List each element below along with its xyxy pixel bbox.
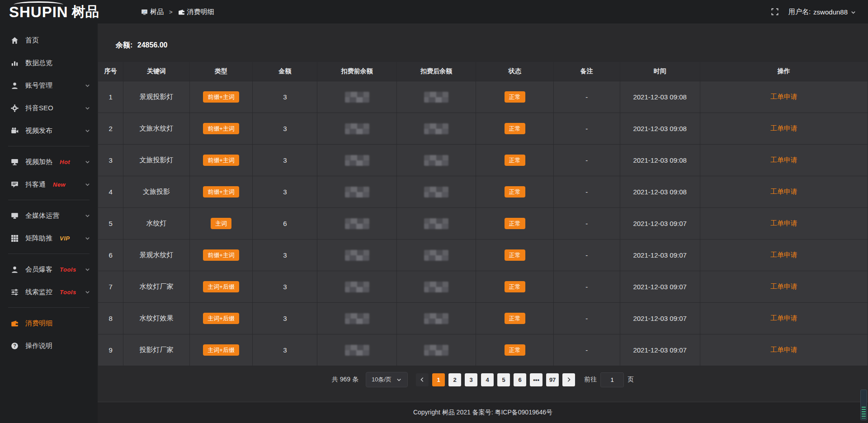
sidebar-item-video-publish[interactable]: 视频发布 [0, 119, 98, 142]
redacted-value [345, 155, 369, 166]
sidebar-item-badge: New [53, 181, 66, 188]
type-badge: 主词+后缀 [203, 281, 239, 292]
sidebar-item-video-heat[interactable]: 视频加热 Hot [0, 150, 98, 173]
cell-index: 4 [98, 176, 123, 208]
work-order-link[interactable]: 工单申请 [770, 314, 797, 322]
breadcrumb: 树品 > 消费明细 [141, 8, 214, 16]
work-order-link[interactable]: 工单申请 [770, 93, 797, 100]
sidebar-item-member-burst[interactable]: 会员爆客 Tools [0, 258, 98, 281]
status-badge-cell: 正常 [476, 271, 554, 303]
chevron-down-icon [85, 267, 90, 273]
work-order-link[interactable]: 工单申请 [770, 188, 797, 195]
cell-remark: - [554, 240, 620, 271]
page-button-97[interactable]: 97 [546, 373, 559, 386]
pagination-total: 共 969 条 [332, 376, 359, 384]
sidebar-divider [8, 146, 90, 146]
user-menu[interactable]: 用户名: zswodun88 [788, 8, 856, 16]
sidebar-item-douyin-seo[interactable]: 抖音SEO [0, 97, 98, 119]
cell-keyword: 水纹灯效果 [123, 303, 189, 334]
breadcrumb-item-consumption[interactable]: 消费明细 [178, 8, 214, 16]
wallet-icon [11, 320, 19, 327]
cell-balance-after [396, 208, 476, 240]
page-button-5[interactable]: 5 [497, 373, 510, 386]
redacted-value [424, 123, 448, 134]
page-button-1[interactable]: 1 [432, 373, 445, 386]
fullscreen-icon[interactable] [771, 8, 778, 15]
page-button-3[interactable]: 3 [465, 373, 477, 386]
cell-action: 工单申请 [700, 334, 868, 366]
page-button-2[interactable]: 2 [448, 373, 461, 386]
work-order-link[interactable]: 工单申请 [770, 251, 797, 258]
sidebar-item-instructions[interactable]: ? 操作说明 [0, 334, 98, 357]
work-order-link[interactable]: 工单申请 [770, 124, 797, 132]
sidebar-item-label: 线索监控 [25, 288, 52, 296]
sidebar-item-home[interactable]: 首页 [0, 29, 98, 52]
grid-icon [11, 235, 19, 242]
sidebar-item-badge: Hot [60, 159, 70, 165]
column-header: 操作 [700, 62, 868, 81]
cell-balance-before [317, 113, 396, 145]
status-badge: 正常 [505, 249, 525, 261]
cell-action: 工单申请 [700, 208, 868, 240]
cell-remark: - [554, 303, 620, 334]
app-logo[interactable]: SHUPIN 树品 [0, 5, 140, 19]
sidebar-item-clue-monitor[interactable]: 线索监控 Tools [0, 281, 98, 303]
prev-page-button[interactable] [416, 373, 429, 386]
sidebar-item-label: 账号管理 [25, 81, 52, 90]
type-badge-cell: 主词+后缀 [189, 271, 253, 303]
cell-balance-before [317, 240, 396, 271]
cell-amount: 6 [253, 208, 317, 240]
sidebar-item-label: 抖音SEO [25, 104, 53, 113]
status-badge-cell: 正常 [476, 240, 554, 271]
chevron-down-icon [85, 83, 90, 89]
chevron-down-icon [85, 289, 90, 295]
sidebar-divider [8, 307, 90, 308]
page-button-6[interactable]: 6 [514, 373, 526, 386]
sidebar-item-data-overview[interactable]: 数据总览 [0, 52, 98, 74]
breadcrumb-item-shupin[interactable]: 树品 [141, 8, 164, 16]
floating-widget[interactable] [860, 390, 867, 420]
consumption-table: 序号关键词类型金额扣费前余额扣费后余额状态备注时间操作 1景观投影灯前缀+主词3… [98, 61, 868, 366]
cell-remark: - [554, 145, 620, 176]
sidebar: 首页 数据总览 账号管理 抖音SEO 视频发布 视频加热 [0, 24, 98, 423]
next-page-button[interactable] [562, 373, 575, 386]
cell-remark: - [554, 113, 620, 145]
work-order-link[interactable]: 工单申请 [770, 219, 797, 227]
sidebar-item-matrix-boost[interactable]: 矩阵助推 VIP [0, 227, 98, 249]
type-badge-cell: 主词 [189, 208, 253, 240]
status-badge: 正常 [505, 281, 525, 292]
type-badge-cell: 前缀+主词 [189, 176, 253, 208]
page-size-select[interactable]: 10条/页 [366, 372, 408, 387]
table-row: 2文旅水纹灯前缀+主词3正常-2021-12-03 09:08工单申请 [98, 113, 868, 145]
sidebar-item-label: 矩阵助推 [25, 234, 52, 243]
column-header: 备注 [554, 62, 620, 81]
page-button-4[interactable]: 4 [481, 373, 494, 386]
redacted-value [345, 187, 369, 197]
work-order-link[interactable]: 工单申请 [770, 346, 797, 353]
cell-keyword: 文旅投影灯 [123, 145, 189, 176]
work-order-link[interactable]: 工单申请 [770, 282, 797, 290]
app-root: SHUPIN 树品 树品 > 消费明细 用户名: [0, 0, 868, 423]
sidebar-item-label: 操作说明 [25, 342, 52, 350]
sidebar-item-label: 抖客通 [25, 180, 46, 189]
sidebar-item-douketong[interactable]: 抖客通 New [0, 173, 98, 196]
goto-page-input[interactable] [600, 372, 624, 387]
status-badge-cell: 正常 [476, 113, 554, 145]
cell-index: 8 [98, 303, 123, 334]
chevron-down-icon [85, 213, 90, 219]
pagination-ellipsis[interactable]: ••• [530, 373, 542, 386]
table-row: 3文旅投影灯前缀+主词3正常-2021-12-03 09:08工单申请 [98, 145, 868, 176]
cell-keyword: 水纹灯厂家 [123, 271, 189, 303]
page-size-value: 10条/页 [372, 376, 392, 384]
sidebar-item-consumption-detail[interactable]: 消费明细 [0, 312, 98, 334]
pagination: 共 969 条 10条/页 123456•••97 前往 页 [98, 372, 868, 387]
work-order-link[interactable]: 工单申请 [770, 156, 797, 164]
chat-bubble-icon [11, 181, 19, 188]
chevron-down-icon [396, 377, 402, 383]
cell-time: 2021-12-03 09:08 [620, 81, 700, 113]
cell-time: 2021-12-03 09:07 [620, 271, 700, 303]
sidebar-item-account-manage[interactable]: 账号管理 [0, 74, 98, 97]
cell-index: 5 [98, 208, 123, 240]
sidebar-item-all-media[interactable]: 全媒体运营 [0, 204, 98, 227]
status-badge-cell: 正常 [476, 303, 554, 334]
